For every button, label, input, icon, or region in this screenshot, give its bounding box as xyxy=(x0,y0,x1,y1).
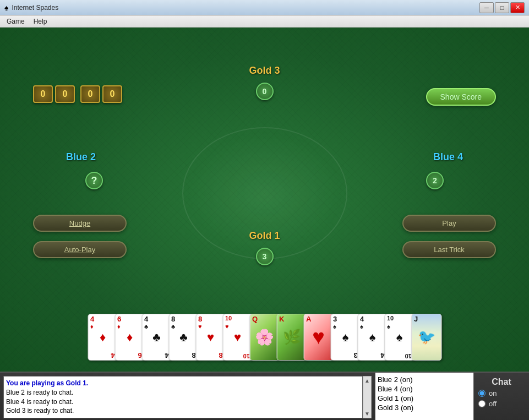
show-score-button[interactable]: Show Score xyxy=(426,88,496,106)
blue-score-1: 0 xyxy=(80,85,100,103)
card-8-hearts[interactable]: 8 ♥ ♥ 8 xyxy=(195,314,226,361)
player-gold3-name: Gold 3 xyxy=(249,65,280,77)
title-bar: ♠ Internet Spades ─ □ ✕ xyxy=(0,0,529,15)
menu-help[interactable]: Help xyxy=(30,17,51,26)
chat-on-label[interactable]: on xyxy=(478,389,525,397)
chat-scrollbar[interactable]: ▲ ▼ xyxy=(363,376,372,418)
player-blue4-name: Blue 4 xyxy=(433,151,463,163)
autoplay-button[interactable]: Auto-Play xyxy=(33,241,127,258)
menu-bar: Game Help xyxy=(0,15,529,28)
chat-msg-1: You are playing as Gold 1. xyxy=(6,379,360,388)
player-online-4: Gold 3 (on) xyxy=(378,403,471,412)
chat-msg-4: Gold 3 is ready to chat. xyxy=(6,406,360,416)
chat-label: Chat xyxy=(478,377,525,387)
player-gold3-bid: 0 xyxy=(256,83,274,100)
player-gold1-name: Gold 1 xyxy=(249,230,280,242)
nudge-button[interactable]: Nudge xyxy=(33,215,127,232)
player-gold1-bid: 3 xyxy=(256,248,274,265)
player-blue2-name: Blue 2 xyxy=(66,151,96,163)
chat-msg-3: Blue 4 is ready to chat. xyxy=(6,397,360,407)
game-area: 0 0 0 0 Show Score Gold 3 0 Blue 2 ? Blu… xyxy=(0,28,529,372)
window-title: Internet Spades xyxy=(12,4,476,12)
card-10-spades[interactable]: 10 ♠ ♠ 10 xyxy=(384,314,415,361)
minimize-button[interactable]: ─ xyxy=(479,2,494,13)
chat-on-text: on xyxy=(489,389,497,397)
chat-controls: Chat on off xyxy=(474,373,529,420)
player-blue2-bid: ? xyxy=(85,172,103,189)
card-4-spades[interactable]: 4 ♠ ♠ 4 xyxy=(357,314,388,361)
card-3-spades[interactable]: 3 ♠ ♠ 3 xyxy=(330,314,361,361)
gold-score-group: 0 0 xyxy=(33,85,75,103)
card-4-clubs[interactable]: 4 ♣ ♣ 4 xyxy=(141,314,172,361)
card-king-hearts[interactable]: K 🌿 xyxy=(276,314,307,361)
chat-messages-container: You are playing as Gold 1. Blue 2 is rea… xyxy=(3,376,372,418)
play-button[interactable]: Play xyxy=(402,215,496,232)
player-online-1: Blue 2 (on) xyxy=(378,375,471,384)
window-controls: ─ □ ✕ xyxy=(479,2,525,13)
close-button[interactable]: ✕ xyxy=(510,2,525,13)
players-panel: Blue 2 (on) Blue 4 (on) Gold 1 (on) Gold… xyxy=(375,373,474,420)
card-6-diamonds[interactable]: 6 ♦ ♦ 6 xyxy=(114,314,145,361)
player-online-3: Gold 1 (on) xyxy=(378,394,471,403)
chat-off-text: off xyxy=(489,400,497,408)
card-4-diamonds[interactable]: 4 ♦ ♦ 4 xyxy=(88,314,118,361)
card-8-clubs[interactable]: 8 ♣ ♣ 8 xyxy=(168,314,199,361)
player-online-2: Blue 4 (on) xyxy=(378,384,471,394)
blue-score-2: 0 xyxy=(102,85,122,103)
chat-off-label[interactable]: off xyxy=(478,400,525,408)
chat-msg-2: Blue 2 is ready to chat. xyxy=(6,388,360,397)
maximize-button[interactable]: □ xyxy=(495,2,509,13)
card-jack-spades[interactable]: J 🐦 xyxy=(411,314,441,361)
score-area: 0 0 0 0 xyxy=(33,85,122,103)
chat-on-radio[interactable] xyxy=(478,390,486,397)
chat-off-radio[interactable] xyxy=(478,400,486,407)
gold-score-2: 0 xyxy=(55,85,75,103)
card-ace-hearts[interactable]: A ♥ xyxy=(303,314,334,361)
last-trick-button[interactable]: Last Trick xyxy=(402,241,496,258)
blue-score-group: 0 0 xyxy=(80,85,122,103)
menu-game[interactable]: Game xyxy=(3,17,28,26)
bottom-panel: You are playing as Gold 1. Blue 2 is rea… xyxy=(0,372,529,420)
cards-row: 4 ♦ ♦ 4 6 ♦ ♦ 6 4 ♣ ♣ 4 8 ♣ ♣ 8 8 xyxy=(88,314,441,361)
card-queen-hearts[interactable]: Q 🌸 xyxy=(249,314,280,361)
window-icon: ♠ xyxy=(4,3,8,12)
chat-log-area: You are playing as Gold 1. Blue 2 is rea… xyxy=(0,373,375,420)
card-10-hearts[interactable]: 10 ♥ ♥ 10 xyxy=(222,314,253,361)
chat-messages: You are playing as Gold 1. Blue 2 is rea… xyxy=(3,376,363,418)
player-blue4-bid: 2 xyxy=(426,172,444,189)
gold-score-1: 0 xyxy=(33,85,53,103)
